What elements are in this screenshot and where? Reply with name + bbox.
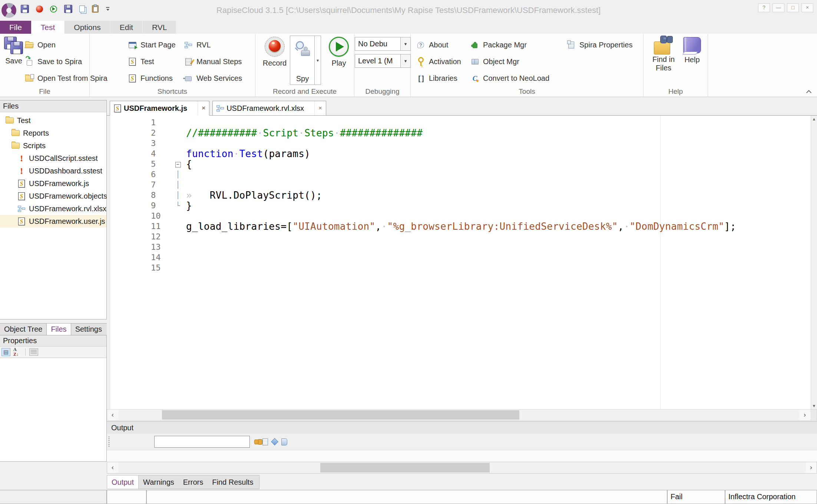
libraries-icon bbox=[416, 75, 426, 82]
scroll-left-icon[interactable]: ‹ bbox=[107, 410, 118, 420]
fold-margin bbox=[170, 242, 186, 252]
ribbon-item-label: Libraries bbox=[429, 74, 457, 83]
collapse-ribbon-button[interactable] bbox=[807, 89, 811, 94]
ribbon-item-rvl[interactable]: RVL bbox=[183, 37, 242, 53]
ribbon-tab-options[interactable]: Options bbox=[64, 21, 110, 34]
diamond-icon[interactable] bbox=[271, 438, 278, 445]
editor-tab-usdframework-js[interactable]: SUSDFramework.js× bbox=[110, 101, 209, 116]
spy-button[interactable]: Spy ▾ bbox=[290, 36, 321, 85]
scroll-up-icon[interactable]: ▲ bbox=[811, 116, 817, 122]
ribbon-tab-test[interactable]: Test bbox=[32, 21, 64, 34]
ribbon-item-test[interactable]: STest bbox=[128, 53, 176, 70]
output-tab-find-results[interactable]: Find Results bbox=[208, 475, 258, 489]
code-line: 2//##########·Script·Steps·#############… bbox=[107, 128, 811, 138]
about-icon bbox=[416, 42, 426, 48]
quick-play-icon[interactable] bbox=[50, 6, 57, 13]
tree-item-scripts[interactable]: Scripts bbox=[0, 139, 106, 152]
scroll-right-icon[interactable]: › bbox=[806, 462, 817, 473]
ribbon-tab-file[interactable]: File bbox=[0, 21, 31, 34]
output-tab-output[interactable]: Output bbox=[107, 475, 139, 489]
fold-margin: └ bbox=[170, 200, 186, 211]
scroll-left-icon[interactable]: ‹ bbox=[107, 462, 118, 473]
tree-item-reports[interactable]: Reports bbox=[0, 127, 106, 139]
panel-tab-files[interactable]: Files bbox=[46, 324, 71, 335]
ribbon-item-package-mgr[interactable]: Package Mgr bbox=[470, 37, 549, 53]
log-book-icon[interactable] bbox=[281, 438, 287, 445]
folder-icon bbox=[11, 130, 20, 136]
ribbon-item-about[interactable]: About bbox=[416, 37, 461, 53]
close-tab-icon[interactable]: × bbox=[314, 101, 326, 115]
ribbon-item-activation[interactable]: Activation bbox=[416, 53, 461, 70]
ribbon-item-convert-to-neoload[interactable]: Convert to NeoLoad bbox=[470, 70, 549, 87]
quick-record-icon[interactable] bbox=[36, 6, 43, 13]
ribbon: Save OpenSave to SpiraOpen Test from Spi… bbox=[0, 34, 817, 97]
minimize-button[interactable]: — bbox=[773, 3, 784, 12]
restore-button[interactable]: □ bbox=[787, 3, 799, 12]
editor-tab-usdframework-rvl-xlsx[interactable]: USDFramework.rvl.xlsx× bbox=[212, 101, 326, 116]
sort-alphabetical-icon[interactable] bbox=[13, 348, 22, 356]
debug-mode-dropdown[interactable]: No Debu ▾ bbox=[355, 37, 411, 51]
chevron-down-icon[interactable]: ▾ bbox=[400, 37, 410, 50]
help-button[interactable]: ? bbox=[758, 3, 770, 12]
scroll-down-icon[interactable]: ▼ bbox=[811, 402, 817, 409]
status-result: Fail bbox=[667, 490, 725, 504]
tree-item-usdframework-rvl-xlsx[interactable]: USDFramework.rvl.xlsx bbox=[0, 202, 106, 215]
ribbon-item-object-mgr[interactable]: Object Mgr bbox=[470, 53, 549, 70]
categorize-icon[interactable]: ▤ bbox=[1, 348, 10, 356]
panel-tab-object-tree[interactable]: Object Tree bbox=[0, 324, 46, 335]
panel-tab-settings[interactable]: Settings bbox=[71, 324, 106, 335]
output-filter-input[interactable] bbox=[154, 436, 250, 448]
tree-item-usdcallscript-sstest[interactable]: !USDCallScript.sstest bbox=[0, 152, 106, 165]
help-button[interactable]: Help bbox=[681, 36, 704, 64]
line-number: 13 bbox=[107, 242, 170, 252]
ribbon-item-web-services[interactable]: Web Services bbox=[183, 70, 242, 87]
ribbon-item-functions[interactable]: SFunctions bbox=[128, 70, 176, 87]
tree-item-usdframework-user-js[interactable]: SUSDFramework.user.js bbox=[0, 215, 106, 228]
property-pages-icon[interactable] bbox=[29, 348, 38, 356]
close-tab-icon[interactable]: × bbox=[198, 101, 209, 115]
drag-grip-icon[interactable] bbox=[108, 437, 110, 447]
app-logo-icon[interactable] bbox=[1, 3, 16, 18]
window-buttons: ?—□× bbox=[758, 3, 813, 12]
tree-item-test[interactable]: Test bbox=[0, 114, 106, 127]
close-button[interactable]: × bbox=[801, 3, 813, 12]
output-tab-warnings[interactable]: Warnings bbox=[139, 475, 179, 489]
document-icon[interactable] bbox=[262, 438, 268, 445]
save-button[interactable]: Save bbox=[3, 37, 24, 65]
output-tab-errors[interactable]: Errors bbox=[179, 475, 208, 489]
ribbon-item-spira-properties[interactable]: Spira Properties bbox=[566, 37, 632, 53]
tree-item-usddashboard-sstest[interactable]: !USDDashboard.sstest bbox=[0, 165, 106, 177]
spy-button-main[interactable]: Spy bbox=[290, 36, 315, 84]
quick-save-all-icon[interactable] bbox=[64, 5, 72, 13]
ribbon-item-start-page[interactable]: Start Page bbox=[128, 37, 176, 53]
ribbon-item-manual-steps[interactable]: Manual Steps bbox=[183, 53, 242, 70]
line-number: 7 bbox=[107, 180, 170, 190]
fold-margin[interactable]: − bbox=[170, 159, 186, 169]
play-button[interactable]: Play bbox=[326, 37, 352, 67]
find-in-files-button[interactable]: Find in Files bbox=[648, 36, 679, 72]
status-cell-message bbox=[146, 490, 667, 504]
editor-horizontal-scrollbar[interactable]: ‹ › bbox=[107, 409, 817, 421]
line-number: 12 bbox=[107, 232, 170, 242]
debug-level-dropdown[interactable]: Level 1 (M ▾ bbox=[355, 54, 411, 68]
ribbon-tab-edit[interactable]: Edit bbox=[110, 21, 142, 34]
editor-vertical-scrollbar[interactable]: ▲ ▼ bbox=[811, 116, 817, 409]
output-horizontal-scrollbar[interactable]: ‹ › bbox=[107, 462, 817, 474]
code-editor[interactable]: 12//##########·Script·Steps·############… bbox=[107, 115, 817, 409]
sstest-icon: ! bbox=[17, 154, 26, 162]
properties-area bbox=[0, 358, 107, 462]
scrollbar-thumb[interactable] bbox=[320, 463, 490, 472]
scroll-right-icon[interactable]: › bbox=[799, 410, 810, 420]
scrollbar-thumb[interactable] bbox=[162, 410, 519, 420]
tree-item-usdframework-js[interactable]: SUSDFramework.js bbox=[0, 177, 106, 190]
ribbon-item-libraries[interactable]: Libraries bbox=[416, 70, 461, 87]
spy-icon bbox=[294, 40, 311, 57]
spy-dropdown-button[interactable]: ▾ bbox=[314, 36, 321, 84]
chevron-down-icon[interactable]: ▾ bbox=[400, 54, 410, 67]
record-button[interactable]: Record bbox=[261, 37, 288, 67]
binoculars-icon[interactable] bbox=[254, 440, 258, 444]
quick-save-icon[interactable] bbox=[21, 5, 29, 13]
tree-item-usdframework-objects-js[interactable]: SUSDFramework.objects.js bbox=[0, 190, 106, 202]
tree-item-label: USDCallScript.sstest bbox=[29, 154, 98, 163]
ribbon-tab-rvl[interactable]: RVL bbox=[143, 21, 176, 34]
